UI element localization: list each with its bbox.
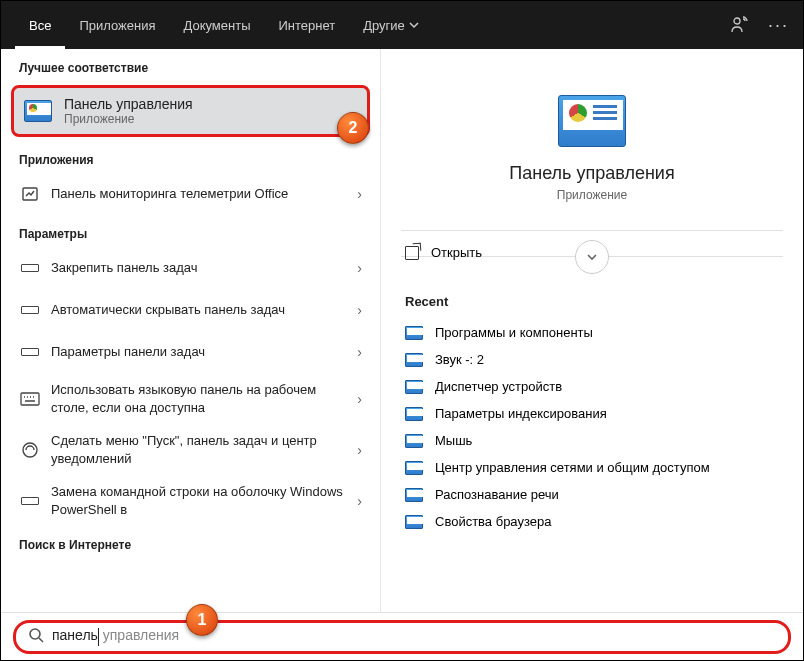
control-panel-icon: [24, 100, 52, 122]
recent-browser-properties[interactable]: Свойства браузера: [401, 508, 783, 535]
search-icon: [28, 627, 44, 646]
tab-internet[interactable]: Интернет: [264, 1, 349, 49]
app-icon: [19, 185, 41, 203]
search-typed-text: панель: [52, 627, 98, 643]
tab-apps[interactable]: Приложения: [65, 1, 169, 49]
open-icon: [405, 246, 419, 260]
control-panel-icon: [405, 407, 423, 421]
settings-header: Параметры: [1, 215, 380, 247]
search-text: панель управления: [52, 627, 179, 645]
recent-label: Параметры индексирования: [435, 406, 607, 421]
svg-point-3: [23, 443, 37, 457]
preview-pane: Панель управления Приложение Открыть Rec…: [381, 49, 803, 612]
control-panel-icon: [405, 488, 423, 502]
control-panel-large-icon: [558, 95, 626, 147]
result-label: Автоматически скрывать панель задач: [51, 301, 347, 319]
result-label: Закрепить панель задач: [51, 259, 347, 277]
preview-subtitle: Приложение: [401, 188, 783, 202]
taskbar-icon: [19, 348, 41, 356]
control-panel-icon: [405, 353, 423, 367]
chevron-right-icon: ›: [357, 260, 362, 276]
recent-indexing-options[interactable]: Параметры индексирования: [401, 400, 783, 427]
control-panel-icon: [405, 515, 423, 529]
setting-replace-cmd-powershell[interactable]: Замена командной строки на оболочку Wind…: [1, 475, 380, 526]
chevron-right-icon: ›: [357, 302, 362, 318]
search-autocomplete-hint: управления: [99, 627, 179, 643]
expand-button[interactable]: [575, 240, 609, 274]
color-icon: [19, 441, 41, 459]
chevron-right-icon: ›: [357, 344, 362, 360]
svg-point-4: [30, 629, 40, 639]
recent-programs-features[interactable]: Программы и компоненты: [401, 319, 783, 346]
recent-label: Свойства браузера: [435, 514, 551, 529]
setting-start-taskbar-notifications[interactable]: Сделать меню "Пуск", панель задач и цент…: [1, 424, 380, 475]
best-match-header: Лучшее соответствие: [1, 49, 380, 81]
search-bar: панель управления 1: [1, 612, 803, 660]
web-search-header: Поиск в Интернете: [1, 526, 380, 558]
tab-more[interactable]: Другие: [349, 1, 433, 49]
svg-rect-2: [21, 393, 39, 405]
recent-speech-recognition[interactable]: Распознавание речи: [401, 481, 783, 508]
preview-title: Панель управления: [401, 163, 783, 184]
control-panel-icon: [405, 380, 423, 394]
chevron-right-icon: ›: [357, 391, 362, 407]
recent-label: Распознавание речи: [435, 487, 559, 502]
search-input[interactable]: панель управления: [13, 620, 791, 654]
recent-device-manager[interactable]: Диспетчер устройств: [401, 373, 783, 400]
chevron-down-icon: [409, 18, 419, 33]
annotation-marker-2: 2: [337, 112, 369, 144]
feedback-icon[interactable]: [730, 16, 748, 34]
setting-autohide-taskbar[interactable]: Автоматически скрывать панель задач ›: [1, 289, 380, 331]
recent-label: Диспетчер устройств: [435, 379, 562, 394]
results-pane: Лучшее соответствие Панель управления Пр…: [1, 49, 381, 612]
result-label: Панель мониторинга телеметрии Office: [51, 185, 347, 203]
best-match-subtitle: Приложение: [64, 112, 193, 126]
taskbar-icon: [19, 497, 41, 505]
tab-more-label: Другие: [363, 18, 405, 33]
svg-point-0: [734, 18, 740, 24]
result-label: Использовать языковую панель на рабочем …: [51, 381, 347, 416]
app-result-office-telemetry[interactable]: Панель мониторинга телеметрии Office ›: [1, 173, 380, 215]
recent-header: Recent: [401, 274, 783, 319]
control-panel-icon: [405, 434, 423, 448]
result-label: Параметры панели задач: [51, 343, 347, 361]
filter-tabs: Все Приложения Документы Интернет Другие: [15, 1, 433, 49]
tab-all[interactable]: Все: [15, 1, 65, 49]
open-label: Открыть: [431, 245, 482, 260]
result-label: Замена командной строки на оболочку Wind…: [51, 483, 347, 518]
taskbar-icon: [19, 306, 41, 314]
annotation-marker-1: 1: [186, 604, 218, 636]
top-bar: Все Приложения Документы Интернет Другие…: [1, 1, 803, 49]
best-match-result[interactable]: Панель управления Приложение 2: [11, 85, 370, 137]
best-match-title: Панель управления: [64, 96, 193, 112]
chevron-right-icon: ›: [357, 442, 362, 458]
recent-mouse[interactable]: Мышь: [401, 427, 783, 454]
setting-language-bar[interactable]: Использовать языковую панель на рабочем …: [1, 373, 380, 424]
keyboard-icon: [19, 392, 41, 406]
setting-taskbar-settings[interactable]: Параметры панели задач ›: [1, 331, 380, 373]
recent-label: Программы и компоненты: [435, 325, 593, 340]
recent-label: Звук -: 2: [435, 352, 484, 367]
chevron-right-icon: ›: [357, 186, 362, 202]
setting-pin-taskbar[interactable]: Закрепить панель задач ›: [1, 247, 380, 289]
control-panel-icon: [405, 461, 423, 475]
tab-documents[interactable]: Документы: [169, 1, 264, 49]
more-options-icon[interactable]: ···: [768, 15, 789, 36]
control-panel-icon: [405, 326, 423, 340]
recent-sound[interactable]: Звук -: 2: [401, 346, 783, 373]
recent-label: Мышь: [435, 433, 472, 448]
chevron-right-icon: ›: [357, 493, 362, 509]
recent-network-center[interactable]: Центр управления сетями и общим доступом: [401, 454, 783, 481]
apps-header: Приложения: [1, 141, 380, 173]
taskbar-icon: [19, 264, 41, 272]
result-label: Сделать меню "Пуск", панель задач и цент…: [51, 432, 347, 467]
recent-label: Центр управления сетями и общим доступом: [435, 460, 710, 475]
